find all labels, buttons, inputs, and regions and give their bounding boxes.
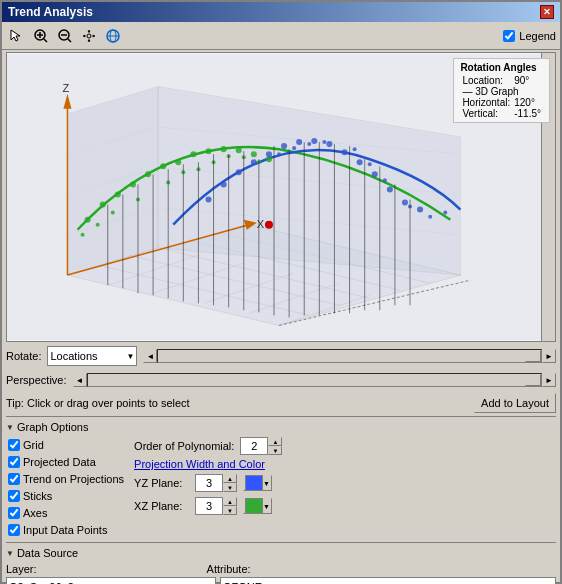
- svg-point-57: [221, 146, 227, 152]
- input-data-checkbox[interactable]: [8, 524, 20, 536]
- xz-color-button[interactable]: ▼: [243, 498, 272, 514]
- svg-point-8: [87, 34, 91, 38]
- svg-point-55: [190, 151, 196, 157]
- svg-point-90: [322, 140, 326, 144]
- sticks-checkbox[interactable]: [8, 490, 20, 502]
- xz-spinbox: 3 ▲ ▼: [195, 497, 237, 515]
- svg-point-72: [205, 196, 211, 202]
- polynomial-row: Order of Polynomial: 2 ▲ ▼: [134, 437, 554, 455]
- svg-point-59: [251, 151, 257, 157]
- yz-color-arrow: ▼: [263, 480, 270, 487]
- rotate-select[interactable]: Locations ▼: [47, 346, 137, 366]
- xz-label: XZ Plane:: [134, 500, 189, 512]
- axes-label: Axes: [23, 507, 47, 519]
- window-title: Trend Analysis: [8, 5, 93, 19]
- graph-options-checks: Grid Projected Data Trend on Projections…: [8, 437, 124, 538]
- projected-data-label: Projected Data: [23, 456, 96, 468]
- proj-width-color-label[interactable]: Projection Width and Color: [134, 458, 265, 470]
- cursor-tool-button[interactable]: [6, 25, 28, 47]
- rotate-slider-container: ◄ ►: [143, 349, 556, 363]
- perspective-slider-left[interactable]: ◄: [73, 373, 87, 387]
- perspective-slider-right[interactable]: ►: [542, 373, 556, 387]
- yz-spin-up[interactable]: ▲: [223, 474, 237, 483]
- yz-spin-buttons: ▲ ▼: [223, 474, 237, 492]
- svg-point-61: [81, 233, 85, 237]
- xz-spin-up[interactable]: ▲: [223, 497, 237, 506]
- legend-checkbox[interactable]: [503, 30, 515, 42]
- xz-color-swatch: [245, 498, 263, 514]
- close-button[interactable]: ✕: [540, 5, 554, 19]
- svg-point-80: [326, 141, 332, 147]
- projected-data-checkbox[interactable]: [8, 456, 20, 468]
- rotate-slider-thumb[interactable]: [525, 350, 541, 362]
- perspective-label: Perspective:: [6, 374, 67, 386]
- poly-spin-buttons: ▲ ▼: [268, 437, 282, 455]
- divider-2: [6, 542, 556, 543]
- titlebar: Trend Analysis ✕: [2, 2, 560, 22]
- svg-marker-0: [11, 30, 20, 41]
- yz-input[interactable]: 3: [195, 474, 223, 492]
- svg-point-54: [175, 159, 181, 165]
- svg-point-87: [277, 152, 281, 156]
- graph-options-header: ▼ Graph Options: [2, 419, 560, 435]
- ds-labels-row: Layer: Attribute:: [6, 563, 556, 575]
- svg-point-51: [130, 181, 136, 187]
- svg-point-63: [111, 211, 115, 215]
- layer-select[interactable]: O3_Sep06_3pm ▼: [6, 577, 216, 584]
- svg-text:Z: Z: [62, 82, 69, 94]
- perspective-slider-container: ◄ ►: [73, 373, 556, 387]
- svg-point-74: [236, 169, 242, 175]
- attribute-label: Attribute:: [207, 563, 251, 575]
- legend-label: Legend: [519, 30, 556, 42]
- grid-checkbox[interactable]: [8, 439, 20, 451]
- trend-projections-checkbox[interactable]: [8, 473, 20, 485]
- proj-width-label-row: Projection Width and Color: [134, 458, 554, 470]
- yz-spin-down[interactable]: ▼: [223, 483, 237, 492]
- xz-input[interactable]: 3: [195, 497, 223, 515]
- svg-point-48: [85, 217, 91, 223]
- tip-label: Tip:: [6, 397, 24, 409]
- svg-point-81: [342, 149, 348, 155]
- location-value: 90°: [512, 75, 543, 86]
- ds-selects-row: O3_Sep06_3pm ▼ OZONE ▼: [6, 577, 556, 584]
- perspective-slider-track[interactable]: [87, 373, 542, 387]
- yz-color-swatch: [245, 475, 263, 491]
- legend-area: Legend: [503, 30, 556, 42]
- attribute-select[interactable]: OZONE ▼: [220, 577, 556, 584]
- rotate-row: Rotate: Locations ▼ ◄ ►: [2, 344, 560, 368]
- xz-spin-down[interactable]: ▼: [223, 506, 237, 515]
- zoom-out-button[interactable]: [54, 25, 76, 47]
- svg-point-84: [387, 186, 393, 192]
- sticks-label: Sticks: [23, 490, 52, 502]
- vertical-value: -11.5°: [512, 108, 543, 119]
- pan-button[interactable]: [78, 25, 100, 47]
- yz-plane-row: YZ Plane: 3 ▲ ▼ ▼: [134, 473, 554, 493]
- graph-options-right: Order of Polynomial: 2 ▲ ▼ Projection Wi…: [134, 437, 554, 538]
- perspective-slider-thumb[interactable]: [525, 374, 541, 386]
- add-to-layout-button[interactable]: Add to Layout: [474, 393, 556, 413]
- zoom-in-button[interactable]: [30, 25, 52, 47]
- svg-point-79: [311, 138, 317, 144]
- yz-label: YZ Plane:: [134, 477, 189, 489]
- graph-options-triangle: ▼: [6, 423, 14, 432]
- svg-point-88: [292, 146, 296, 150]
- svg-point-118: [265, 221, 273, 229]
- poly-input[interactable]: 2: [240, 437, 268, 455]
- trend-analysis-window: Trend Analysis ✕ Legend: [0, 0, 562, 584]
- rotate-slider-right[interactable]: ►: [542, 349, 556, 363]
- trend-projections-check-item: Trend on Projections: [8, 471, 124, 487]
- poly-spin-down[interactable]: ▼: [268, 446, 282, 455]
- svg-point-91: [353, 147, 357, 151]
- rotate-slider-left[interactable]: ◄: [143, 349, 157, 363]
- svg-point-56: [205, 148, 211, 154]
- axes-checkbox[interactable]: [8, 507, 20, 519]
- yz-color-button[interactable]: ▼: [243, 475, 272, 491]
- svg-point-83: [372, 171, 378, 177]
- data-source-body: Layer: Attribute: O3_Sep06_3pm ▼ OZONE ▼: [2, 561, 560, 584]
- poly-spin-up[interactable]: ▲: [268, 437, 282, 446]
- globe-button[interactable]: [102, 25, 124, 47]
- input-data-check-item: Input Data Points: [8, 522, 124, 538]
- svg-line-6: [68, 39, 71, 42]
- rotation-box: Rotation Angles Location: 90° — 3D Graph…: [453, 58, 550, 123]
- rotate-slider-track[interactable]: [157, 349, 542, 363]
